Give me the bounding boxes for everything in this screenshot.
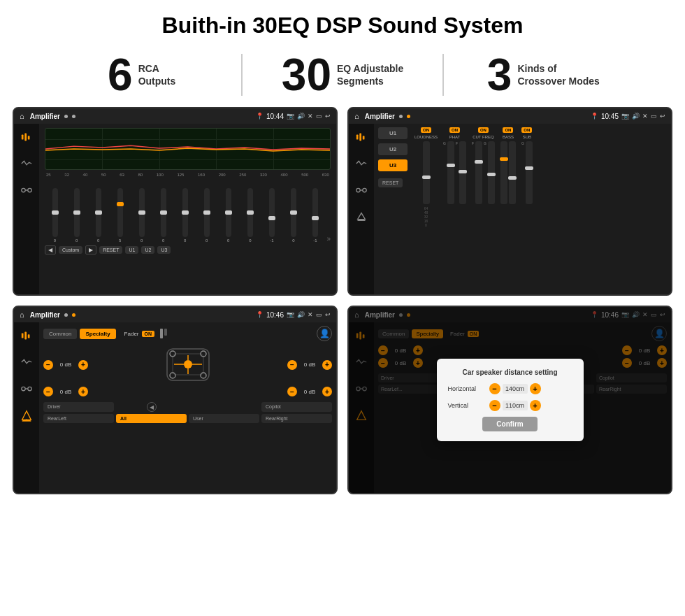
eq-slider-4[interactable]: 5 bbox=[110, 188, 130, 243]
vertical-minus-button[interactable]: − bbox=[489, 400, 500, 411]
horizontal-minus-button[interactable]: − bbox=[489, 383, 500, 394]
stat-number-crossover: 3 bbox=[487, 52, 512, 97]
fader-tab-common[interactable]: Common bbox=[43, 329, 77, 339]
copilot-button[interactable]: Copilot bbox=[261, 402, 332, 412]
loudness-on-badge: ON bbox=[421, 127, 431, 133]
fader-status-icons: 📍 10:46 📷 🔊 ✕ ▭ ↩ bbox=[256, 311, 331, 319]
eq-u3-button[interactable]: U3 bbox=[157, 246, 171, 254]
phat-label: PHAT bbox=[449, 135, 461, 139]
expand-icon[interactable]: » bbox=[326, 235, 331, 243]
crossover-sidebar-icon-2[interactable] bbox=[354, 156, 369, 171]
eq-slider-10[interactable]: 0 bbox=[240, 188, 260, 243]
horizontal-plus-button[interactable]: + bbox=[530, 383, 541, 394]
vol-row-1: − 0 dB + bbox=[43, 345, 332, 384]
fader-sidebar-icon-2[interactable] bbox=[19, 354, 34, 370]
eq-slider-7[interactable]: 0 bbox=[175, 188, 195, 243]
eq-freq-labels: 2532405063 80100125160200 25032040050063… bbox=[45, 173, 331, 177]
back-icon-3[interactable]: ↩ bbox=[325, 311, 331, 318]
crossover-sidebar-icon-1[interactable] bbox=[354, 129, 369, 145]
vol1-left-plus[interactable]: + bbox=[78, 360, 88, 370]
vol1-right-minus[interactable]: − bbox=[287, 360, 297, 370]
horizontal-stepper: − 140cm + bbox=[489, 383, 541, 394]
cutfreq-label: CUT FREQ bbox=[473, 135, 494, 139]
location-icon-2: 📍 bbox=[591, 113, 598, 120]
eq-prev-button[interactable]: ◀ bbox=[45, 245, 56, 255]
phat-group: ON PHAT G F bbox=[443, 127, 466, 204]
fader-sidebar-icon-4[interactable] bbox=[19, 408, 34, 423]
vertical-label: Vertical bbox=[448, 402, 486, 409]
rearleft-button[interactable]: RearLeft bbox=[43, 414, 114, 423]
status-dot-4 bbox=[407, 115, 410, 118]
stat-label-rca: RCAOutputs bbox=[138, 62, 176, 87]
user-button[interactable]: User bbox=[189, 414, 259, 423]
confirm-button[interactable]: Confirm bbox=[482, 417, 537, 431]
eq-slider-3[interactable]: 0 bbox=[88, 188, 108, 243]
eq-u1-button[interactable]: U1 bbox=[125, 246, 138, 254]
crossover-u3-button[interactable]: U3 bbox=[378, 159, 408, 171]
eq-slider-5[interactable]: 0 bbox=[131, 188, 152, 243]
rearright-button[interactable]: RearRight bbox=[261, 414, 332, 423]
vertical-plus-button[interactable]: + bbox=[530, 400, 541, 411]
fader-tab-specialty[interactable]: Specialty bbox=[80, 329, 115, 339]
eq-slider-6[interactable]: 0 bbox=[153, 188, 173, 243]
home-icon-3[interactable]: ⌂ bbox=[20, 310, 24, 319]
fader-sidebar-icon-3[interactable] bbox=[19, 381, 34, 396]
volume-icon-2: 🔊 bbox=[632, 113, 640, 120]
stat-label-eq: EQ AdjustableSegments bbox=[337, 62, 403, 87]
crossover-sidebar-icon-4[interactable] bbox=[354, 209, 369, 224]
eq-slider-8[interactable]: 0 bbox=[196, 188, 217, 243]
eq-reset-button[interactable]: RESET bbox=[99, 246, 122, 254]
back-icon[interactable]: ↩ bbox=[325, 113, 331, 120]
eq-main: 2532405063 80100125160200 25032040050063… bbox=[39, 124, 336, 294]
crossover-sidebar-icon-3[interactable] bbox=[354, 182, 369, 198]
crossover-status-icons: 📍 10:45 📷 🔊 ✕ ▭ ↩ bbox=[591, 113, 665, 120]
cutfreq-on-badge: ON bbox=[478, 127, 489, 133]
driver-button[interactable]: Driver bbox=[43, 402, 114, 412]
crossover-reset-button[interactable]: RESET bbox=[378, 178, 403, 187]
crossover-sidebar bbox=[349, 124, 374, 294]
eq-slider-12[interactable]: 0 bbox=[283, 188, 303, 243]
fader-screen-content: Common Specialty Fader ON 👤 − 0 dB + bbox=[14, 322, 336, 493]
status-dot-3 bbox=[399, 115, 403, 118]
crossover-u2-button[interactable]: U2 bbox=[378, 143, 408, 155]
vol2-left-minus[interactable]: − bbox=[43, 387, 53, 396]
vol1-right-plus[interactable]: + bbox=[322, 360, 332, 370]
vol-row-2: − 0 dB + − 0 dB + bbox=[43, 387, 332, 396]
all-button[interactable]: All bbox=[116, 414, 187, 423]
eq-u2-button[interactable]: U2 bbox=[141, 246, 154, 254]
dialog-box: Car speaker distance setting Horizontal … bbox=[437, 359, 584, 441]
back-icon-2[interactable]: ↩ bbox=[660, 113, 665, 120]
stats-row: 6 RCAOutputs 30 EQ AdjustableSegments 3 … bbox=[0, 45, 685, 107]
home-icon-2[interactable]: ⌂ bbox=[354, 112, 359, 120]
home-icon[interactable]: ⌂ bbox=[20, 112, 24, 120]
fader-bottom-buttons: Driver ◀ Copilot RearLeft All User RearR… bbox=[43, 402, 332, 423]
eq-slider-11[interactable]: -1 bbox=[261, 188, 282, 243]
eq-slider-2[interactable]: 0 bbox=[66, 188, 87, 243]
eq-app-title: Amplifier bbox=[30, 113, 60, 120]
svg-rect-6 bbox=[356, 134, 359, 139]
eq-status-bar: ⌂ Amplifier 📍 10:44 📷 🔊 ✕ ▭ ↩ bbox=[14, 108, 336, 124]
fader-label: Fader bbox=[124, 331, 139, 337]
vol1-left-minus[interactable]: − bbox=[43, 360, 53, 370]
eq-sidebar-icon-2[interactable] bbox=[19, 156, 34, 171]
eq-time: 10:44 bbox=[266, 113, 284, 120]
vol2-right-minus[interactable]: − bbox=[287, 387, 297, 396]
vol2-right-plus[interactable]: + bbox=[322, 387, 332, 396]
eq-slider-9[interactable]: 0 bbox=[218, 188, 238, 243]
eq-sidebar-icon-3[interactable] bbox=[19, 182, 34, 198]
fader-sidebar-icon-1[interactable] bbox=[19, 328, 34, 343]
vol2-left-plus[interactable]: + bbox=[78, 387, 88, 396]
close-icon-2: ✕ bbox=[642, 113, 648, 120]
eq-status-icons: 📍 10:44 📷 🔊 ✕ ▭ ↩ bbox=[256, 113, 331, 120]
eq-slider-1[interactable]: 0 bbox=[45, 188, 65, 243]
stat-label-crossover: Kinds ofCrossover Modes bbox=[517, 62, 599, 87]
car-schematic-top bbox=[160, 345, 216, 384]
crossover-u1-button[interactable]: U1 bbox=[378, 127, 408, 139]
eq-sidebar-icon-1[interactable] bbox=[19, 129, 34, 145]
vol2-right-value: 0 dB bbox=[300, 389, 319, 395]
svg-point-27 bbox=[201, 373, 206, 378]
person-icon[interactable]: 👤 bbox=[317, 326, 332, 341]
nav-left-icon[interactable]: ◀ bbox=[147, 402, 157, 412]
eq-next-button[interactable]: ▶ bbox=[85, 245, 96, 255]
eq-slider-13[interactable]: -1 bbox=[305, 188, 325, 243]
